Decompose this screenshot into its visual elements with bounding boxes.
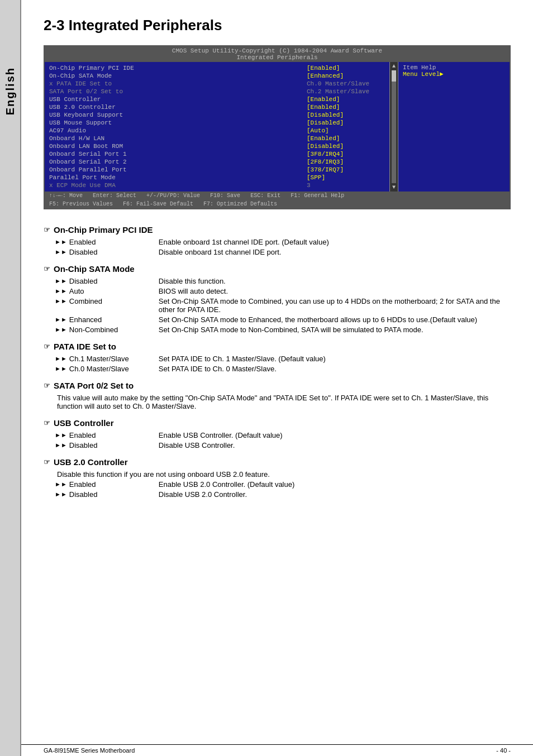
option-name: Enhanced <box>69 315 159 324</box>
section-on-chip-primary-pci-ide: ☞On-Chip Primary PCI IDE ►► Enabled Enab… <box>44 225 511 256</box>
option-bullet: ►► <box>55 277 67 285</box>
option-bullet: ►► <box>55 316 67 324</box>
section-title: ☞On-Chip Primary PCI IDE <box>44 225 511 235</box>
menu-level-label: Menu Level► <box>403 71 505 78</box>
option-desc: Disable this function. <box>159 277 511 285</box>
section-heading: On-Chip Primary PCI IDE <box>54 225 153 235</box>
section-on-chip-sata-mode: ☞On-Chip SATA Mode ►► Disabled Disable t… <box>44 264 511 334</box>
section-body: Disable this function if you are not usi… <box>55 470 511 499</box>
option-bullet: ►► <box>55 298 67 314</box>
option-row: ►► Auto BIOS will auto detect. <box>55 287 511 295</box>
section-pata-ide-set-to: ☞PATA IDE Set to ►► Ch.1 Master/Slave Se… <box>44 342 511 373</box>
bios-save: F10: Save <box>210 193 240 199</box>
option-name: Disabled <box>69 441 159 449</box>
option-bullet: ►► <box>55 288 67 295</box>
bios-row[interactable]: On-Chip Primary PCI IDE[Enabled] <box>49 64 385 72</box>
section-usb-controller: ☞USB Controller ►► Enabled Enable USB Co… <box>44 418 511 449</box>
bios-move: ↑↓→←: Move <box>49 193 83 199</box>
section-note: This value will auto make by the setting… <box>57 394 511 410</box>
option-name: Auto <box>69 287 159 295</box>
option-desc: Set PATA IDE to Ch. 0 Master/Slave. <box>159 365 511 373</box>
section-icon: ☞ <box>44 381 50 390</box>
bios-row[interactable]: Onboard Serial Port 1[3F8/IRQ4] <box>49 150 385 158</box>
bios-item-name: USB Controller <box>49 96 307 103</box>
section-title: ☞USB Controller <box>44 418 511 428</box>
option-row: ►► Combined Set On-Chip SATA mode to Com… <box>55 297 511 314</box>
option-row: ►► Disabled Disable USB 2.0 Controller. <box>55 490 511 499</box>
section-heading: On-Chip SATA Mode <box>54 264 135 274</box>
bios-row[interactable]: Onboard LAN Boot ROM[Disabled] <box>49 142 385 150</box>
bios-item-value: 3 <box>307 182 385 189</box>
scroll-up-icon[interactable]: ▲ <box>392 63 396 69</box>
footer-model: GA-8I915ME Series Motherboard <box>44 747 135 754</box>
option-desc: Disable USB Controller. <box>159 441 511 449</box>
option-row: ►► Enabled Enable USB Controller. (Defau… <box>55 431 511 439</box>
section-heading: PATA IDE Set to <box>54 342 116 351</box>
bios-item-name: USB Mouse Support <box>49 119 307 126</box>
section-sata-port-set-to: ☞SATA Port 0/2 Set toThis value will aut… <box>44 381 511 410</box>
bios-item-value: [378/IRQ7] <box>307 166 385 173</box>
bios-optimized: F7: Optimized Defaults <box>203 201 277 207</box>
section-title: ☞USB 2.0 Controller <box>44 457 511 467</box>
scroll-thumb <box>392 70 396 82</box>
bios-row[interactable]: Onboard Parallel Port[378/IRQ7] <box>49 166 385 174</box>
bios-fail-save: F6: Fail-Save Default <box>123 201 193 207</box>
bios-item-value: [Disabled] <box>307 119 385 126</box>
bios-item-value: [Enhanced] <box>307 73 385 79</box>
option-bullet: ►► <box>55 326 67 334</box>
bios-row[interactable]: USB Mouse Support[Disabled] <box>49 119 385 127</box>
option-bullet: ►► <box>55 432 67 439</box>
sections-container: ☞On-Chip Primary PCI IDE ►► Enabled Enab… <box>44 225 511 499</box>
section-icon: ☞ <box>44 342 50 351</box>
bios-row[interactable]: USB Keyboard Support[Disabled] <box>49 111 385 119</box>
section-heading: USB 2.0 Controller <box>54 457 128 467</box>
option-name: Ch.1 Master/Slave <box>69 355 159 363</box>
sidebar-label: English <box>4 67 17 115</box>
option-desc: Set On-Chip SATA mode to Combined, you c… <box>159 297 511 314</box>
option-row: ►► Disabled Disable this function. <box>55 277 511 285</box>
option-desc: Set On-Chip SATA mode to Non-Combined, S… <box>159 326 511 334</box>
bios-row: SATA Port 0/2 Set toCh.2 Master/Slave <box>49 88 385 95</box>
bios-footer: ↑↓→←: Move Enter: Select +/-/PU/PD: Valu… <box>45 192 510 200</box>
bios-row[interactable]: Parallel Port Mode[SPP] <box>49 174 385 181</box>
bios-row[interactable]: USB 2.0 Controller[Enabled] <box>49 103 385 111</box>
bios-item-name: On-Chip Primary PCI IDE <box>49 65 307 71</box>
option-name: Enabled <box>69 480 159 489</box>
bios-row[interactable]: Onboard H/W LAN[Enabled] <box>49 135 385 142</box>
bios-scrollbar[interactable]: ▲ ▼ <box>390 62 398 192</box>
option-row: ►► Non-Combined Set On-Chip SATA mode to… <box>55 326 511 334</box>
bios-item-name: x PATA IDE Set to <box>49 80 307 87</box>
option-name: Disabled <box>69 248 159 256</box>
option-desc: Set On-Chip SATA mode to Enhanced, the m… <box>159 315 511 324</box>
bios-row[interactable]: Onboard Serial Port 2[2F8/IRQ3] <box>49 158 385 166</box>
option-name: Ch.0 Master/Slave <box>69 365 159 373</box>
option-desc: Enable onboard 1st channel IDE port. (De… <box>159 238 511 246</box>
section-title: ☞SATA Port 0/2 Set to <box>44 381 511 390</box>
bios-row: x ECP Mode Use DMA3 <box>49 181 385 189</box>
section-body: ►► Disabled Disable this function. ►► Au… <box>55 277 511 334</box>
bios-row: x PATA IDE Set toCh.0 Master/Slave <box>49 80 385 88</box>
bios-item-name: Parallel Port Mode <box>49 174 307 181</box>
bios-exit: ESC: Exit <box>250 193 280 199</box>
option-name: Non-Combined <box>69 326 159 334</box>
bios-row[interactable]: USB Controller[Enabled] <box>49 95 385 103</box>
scroll-down-icon[interactable]: ▼ <box>392 184 396 190</box>
bios-value: +/-/PU/PD: Value <box>146 193 200 199</box>
option-name: Enabled <box>69 238 159 246</box>
option-row: ►► Enabled Enable onboard 1st channel ID… <box>55 238 511 246</box>
section-icon: ☞ <box>44 226 50 234</box>
option-row: ►► Ch.0 Master/Slave Set PATA IDE to Ch.… <box>55 365 511 373</box>
option-desc: Enable USB Controller. (Default value) <box>159 431 511 439</box>
option-bullet: ►► <box>55 365 67 373</box>
section-icon: ☞ <box>44 265 50 273</box>
section-icon: ☞ <box>44 419 50 427</box>
bios-item-name: USB Keyboard Support <box>49 112 307 118</box>
bios-row[interactable]: AC97 Audio[Auto] <box>49 127 385 135</box>
bottom-bar: GA-8I915ME Series Motherboard - 40 - <box>21 744 533 756</box>
section-body: This value will auto make by the setting… <box>55 394 511 410</box>
option-bullet: ►► <box>55 481 67 489</box>
bios-item-name: Onboard Serial Port 2 <box>49 159 307 165</box>
option-desc: Disable onboard 1st channel IDE port. <box>159 248 511 256</box>
section-usb-20-controller: ☞USB 2.0 ControllerDisable this function… <box>44 457 511 499</box>
bios-row[interactable]: On-Chip SATA Mode[Enhanced] <box>49 72 385 80</box>
